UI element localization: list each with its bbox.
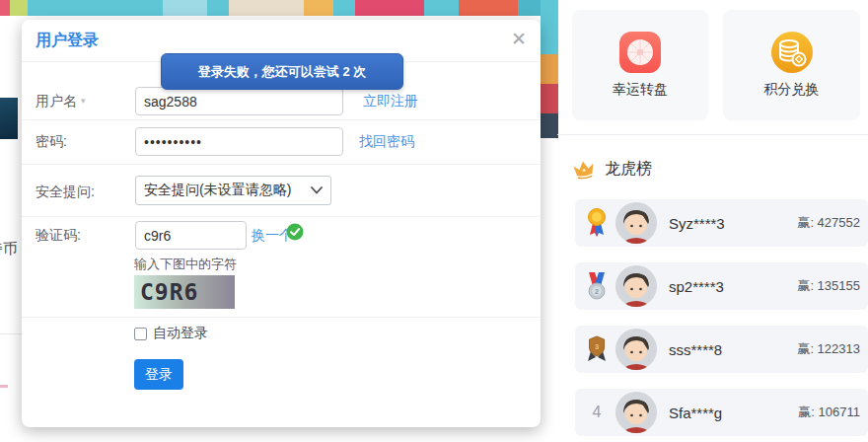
panel-divider (557, 134, 868, 135)
register-link[interactable]: 立即注册 (363, 93, 418, 110)
player-name: Sfa****g (669, 405, 722, 421)
row-divider (22, 317, 541, 318)
background-navy-block (0, 98, 18, 139)
captcha-valid-check-icon (286, 223, 304, 241)
captcha-image[interactable]: C9R6 (134, 275, 235, 309)
leaderboard-header: 龙虎榜 (572, 159, 652, 180)
win-amount: 赢: 427552 (797, 214, 860, 232)
auto-login-row: 自动登录 (134, 325, 208, 342)
captcha-label: 验证码: (36, 227, 81, 245)
player-name: sp2****3 (669, 278, 724, 295)
recover-password-link[interactable]: 找回密码 (359, 133, 414, 151)
top-banner-strip (0, 0, 558, 16)
row-divider (22, 216, 541, 217)
avatar (615, 265, 657, 307)
avatar (615, 202, 657, 244)
win-amount: 赢: 106711 (798, 404, 860, 421)
login-button[interactable]: 登录 (134, 359, 183, 390)
points-coins-icon (771, 32, 813, 73)
auto-login-label: 自动登录 (153, 325, 208, 342)
background-pink-dash (0, 385, 8, 388)
crown-icon (571, 157, 598, 181)
captcha-input[interactable] (135, 221, 247, 250)
silver-medal-icon: 2 (585, 270, 609, 302)
avatar (615, 392, 657, 433)
login-failed-toast: 登录失败，您还可以尝试 2 次 (161, 53, 403, 90)
chevron-down-icon: ▾ (81, 96, 86, 106)
gold-medal-icon (585, 207, 609, 239)
points-exchange-label: 积分兑换 (764, 81, 820, 99)
lucky-wheel-label: 幸运转盘 (613, 81, 668, 99)
clipped-background-text: 特币 (0, 240, 20, 259)
auto-login-checkbox[interactable] (134, 328, 147, 340)
chevron-down-icon (311, 186, 323, 194)
rank-number: 4 (593, 404, 602, 421)
leaderboard-row: 2 sp2****3 赢: 135155 (575, 262, 868, 310)
bronze-medal-icon: 3 (585, 333, 609, 365)
login-modal: 用户登录 ✕ 登录失败，您还可以尝试 2 次 用户名 ▾ 立即注册 密码: 找回… (22, 20, 541, 427)
banner-side-sliver (541, 0, 558, 138)
username-label: 用户名 ▾ (36, 93, 85, 110)
player-name: sss****8 (669, 341, 722, 358)
captcha-image-text: C9R6 (140, 279, 198, 305)
selected-option: 安全提问(未设置请忽略) (144, 182, 311, 199)
security-question-select[interactable]: 安全提问(未设置请忽略) (135, 176, 331, 205)
lucky-wheel-icon (619, 32, 661, 73)
row-divider (22, 164, 541, 165)
player-name: Syz****3 (669, 215, 725, 232)
row-divider (22, 119, 541, 120)
leaderboard-title: 龙虎榜 (605, 159, 652, 180)
win-amount: 赢: 135155 (797, 277, 860, 295)
password-label: 密码: (36, 133, 67, 151)
leaderboard-row: 4 Sfa****g 赢: 106711 (575, 389, 868, 436)
svg-text:3: 3 (595, 342, 599, 351)
modal-title: 用户登录 (36, 31, 99, 51)
lucky-wheel-card[interactable]: 幸运转盘 (572, 10, 708, 120)
security-question-label: 安全提问: (36, 184, 95, 201)
close-icon[interactable]: ✕ (511, 28, 527, 51)
username-input[interactable] (135, 87, 343, 115)
win-amount: 赢: 122313 (797, 340, 860, 358)
avatar (615, 329, 657, 370)
background-divider (0, 333, 22, 334)
leaderboard-row: 3 sss****8 赢: 122313 (575, 326, 868, 373)
password-input[interactable] (135, 127, 343, 156)
leaderboard-row: Syz****3 赢: 427552 (575, 199, 868, 247)
captcha-hint: 输入下图中的字符 (134, 256, 237, 273)
points-exchange-card[interactable]: 积分兑换 (723, 10, 860, 120)
svg-text:2: 2 (595, 288, 599, 295)
